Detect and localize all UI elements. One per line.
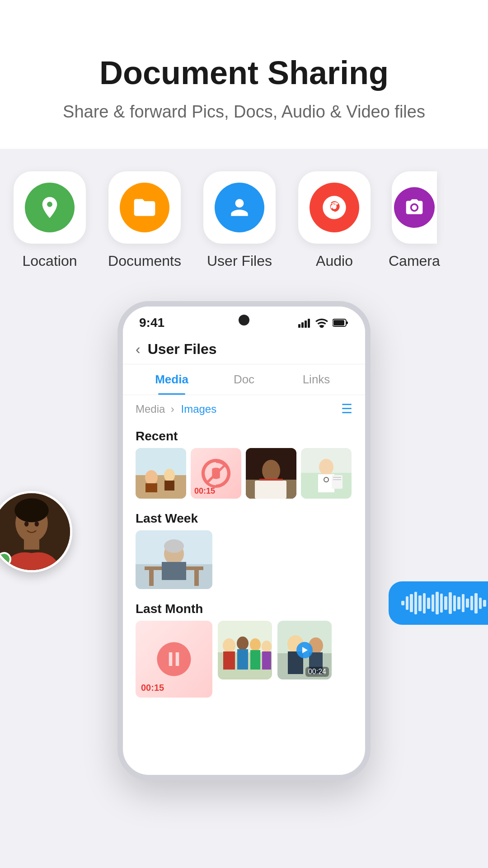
last-week-grid (123, 530, 365, 595)
category-location-label: Location (23, 253, 77, 269)
breadcrumb-current: Images (181, 403, 217, 415)
breadcrumb-separator: › (171, 403, 178, 415)
svg-rect-10 (308, 319, 310, 328)
svg-rect-20 (164, 481, 174, 491)
category-audio-label: Audio (316, 253, 353, 269)
svg-rect-8 (301, 322, 304, 328)
tabs: Media Doc Links (123, 364, 365, 395)
svg-rect-26 (255, 481, 286, 499)
svg-point-0 (332, 205, 336, 209)
waveform (401, 592, 486, 614)
svg-rect-38 (149, 570, 154, 586)
svg-rect-34 (333, 479, 341, 480)
svg-rect-12 (333, 320, 344, 326)
audio-bubble[interactable]: 02:34 (389, 581, 488, 625)
category-location[interactable]: Location (9, 171, 90, 269)
recent-photo-2[interactable] (246, 448, 296, 499)
svg-rect-49 (237, 649, 248, 670)
svg-point-6 (35, 521, 39, 526)
category-documents[interactable]: Documents (104, 171, 185, 269)
svg-point-19 (164, 469, 175, 481)
svg-rect-16 (136, 448, 186, 475)
svg-point-3 (14, 498, 49, 522)
svg-rect-33 (333, 477, 341, 478)
status-icons (298, 318, 349, 328)
phone-section: 02:34 9:41 (0, 292, 488, 798)
status-time: 9:41 (139, 316, 164, 330)
svg-rect-47 (223, 651, 235, 670)
svg-point-48 (237, 637, 249, 650)
last-month-row: 00:15 (123, 621, 365, 704)
svg-rect-15 (136, 475, 186, 499)
recent-grid: 00:15 (123, 448, 365, 505)
last-month-photo-1[interactable] (218, 621, 272, 679)
svg-rect-9 (305, 321, 307, 328)
recent-photo-1[interactable] (136, 448, 186, 499)
online-indicator (0, 552, 11, 566)
tab-media[interactable]: Media (136, 364, 208, 395)
category-user-files[interactable]: User Files (199, 171, 280, 269)
back-button[interactable]: ‹ (136, 341, 141, 358)
header-section: Document Sharing Share & forward Pics, D… (0, 0, 488, 149)
last-month-video-1[interactable]: 00:24 (277, 621, 332, 679)
category-documents-label: Documents (108, 253, 181, 269)
phone-mockup: 9:41 ‹ User File (117, 301, 371, 780)
front-camera (239, 315, 249, 326)
category-user-files-label: User Files (207, 253, 272, 269)
svg-point-24 (262, 460, 280, 481)
svg-rect-18 (145, 483, 157, 492)
page-title: Document Sharing (27, 54, 461, 91)
svg-point-52 (262, 641, 272, 652)
recent-audio-1[interactable]: 00:15 (191, 448, 241, 499)
video-play-button[interactable] (296, 642, 313, 658)
category-camera[interactable]: Camera (389, 171, 440, 269)
svg-rect-42 (162, 562, 186, 580)
list-view-icon[interactable]: ☰ (341, 401, 352, 416)
svg-rect-51 (250, 650, 260, 670)
audio-duration-label: 00:15 (194, 486, 215, 496)
recent-photo-3[interactable] (301, 448, 352, 499)
tab-doc[interactable]: Doc (208, 364, 280, 395)
tab-links[interactable]: Links (280, 364, 352, 395)
avatar (0, 491, 72, 572)
page-subtitle: Share & forward Pics, Docs, Audio & Vide… (27, 102, 461, 122)
last-week-photo-1[interactable] (136, 530, 212, 589)
svg-point-5 (24, 521, 28, 526)
svg-rect-39 (194, 570, 199, 586)
section-recent: Recent (123, 423, 365, 448)
svg-point-17 (145, 470, 158, 485)
category-audio[interactable]: Audio (294, 171, 375, 269)
section-last-month: Last Month (123, 595, 365, 621)
app-header: ‹ User Files (123, 335, 365, 364)
svg-rect-7 (298, 324, 300, 328)
svg-point-50 (250, 638, 261, 651)
video-duration: 00:24 (305, 667, 329, 677)
breadcrumb: Media › Images ☰ (123, 395, 365, 423)
breadcrumb-parent: Media (136, 403, 165, 415)
svg-rect-4 (24, 539, 39, 550)
svg-point-43 (164, 539, 184, 553)
category-camera-label: Camera (389, 253, 440, 269)
svg-point-46 (223, 638, 235, 653)
svg-point-29 (319, 459, 333, 475)
last-month-audio[interactable]: 00:15 (136, 621, 212, 698)
app-title: User Files (148, 341, 217, 358)
section-last-week: Last Week (123, 505, 365, 530)
svg-rect-13 (346, 321, 348, 324)
category-strip: Location Documents User Files (0, 149, 488, 292)
svg-rect-53 (262, 651, 271, 670)
audio-duration-15: 00:15 (141, 683, 164, 693)
